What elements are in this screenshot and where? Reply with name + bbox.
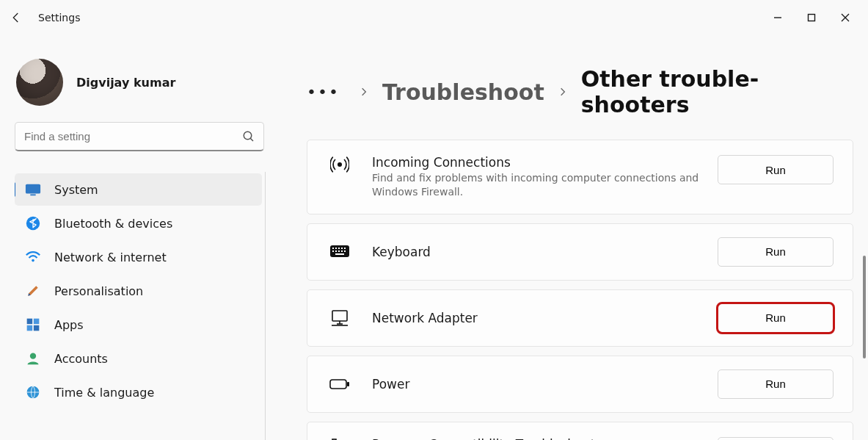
svg-rect-9 [34,319,40,325]
svg-rect-5 [30,194,35,195]
run-button[interactable]: Run [718,303,834,333]
troubleshooter-card-keyboard: Keyboard Run [307,223,853,281]
troubleshooter-card-network-adapter: Network Adapter Run [307,289,853,347]
person-icon [25,350,41,367]
sidebar-item-label: Personalisation [54,284,143,298]
main-content: ••• Troubleshoot Other trouble-shooters … [277,35,868,440]
titlebar-left: Settings [6,7,80,28]
svg-rect-23 [338,250,340,252]
svg-rect-19 [341,248,343,249]
close-button[interactable] [828,4,862,31]
wifi-icon [25,249,41,265]
svg-rect-32 [347,382,349,386]
sidebar-item-accounts[interactable]: Accounts [15,342,262,375]
svg-line-3 [250,138,253,141]
sidebar-item-apps[interactable]: Apps [15,309,262,341]
svg-point-2 [244,131,252,140]
sidebar-item-network[interactable]: Network & internet [15,241,262,273]
sidebar-item-label: Bluetooth & devices [54,217,172,231]
search-input[interactable] [15,122,264,151]
chevron-right-icon [359,83,369,101]
troubleshooter-card-incoming-connections: Incoming Connections Find and fix proble… [307,140,853,214]
breadcrumb-link-troubleshoot[interactable]: Troubleshoot [382,79,544,105]
svg-rect-17 [335,248,337,249]
svg-rect-20 [344,248,346,249]
card-title: Program Compatibility Troubleshooter [372,437,718,440]
card-body: Program Compatibility Troubleshooter Fin… [372,437,718,440]
search-icon [242,130,255,143]
sidebar-item-label: Network & internet [54,250,167,264]
sidebar-nav: System Bluetooth & devices Network & int… [15,172,266,440]
sidebar-item-label: Time & language [54,386,154,400]
back-arrow-icon [10,11,23,24]
breadcrumb: ••• Troubleshoot Other trouble-shooters [307,66,853,118]
network-adapter-icon [327,309,353,327]
card-title: Network Adapter [372,311,718,325]
chevron-right-icon [558,83,568,101]
svg-rect-11 [34,325,40,331]
svg-rect-21 [332,250,334,252]
svg-rect-1 [809,15,815,21]
checklist-icon [327,437,353,440]
sidebar-item-label: Apps [54,318,84,332]
scrollbar-thumb[interactable] [863,256,866,358]
minimize-button[interactable] [761,4,795,31]
display-icon [25,181,41,198]
svg-point-14 [338,163,341,166]
svg-point-12 [30,353,36,359]
sidebar-item-personalisation[interactable]: Personalisation [15,275,262,307]
card-title: Keyboard [372,245,718,259]
run-button[interactable]: Run [718,437,834,440]
globe-icon [25,384,41,400]
svg-rect-16 [332,248,334,249]
svg-rect-8 [27,319,33,325]
back-button[interactable] [6,7,26,28]
svg-rect-31 [330,380,346,389]
card-body: Power [372,377,718,392]
svg-point-7 [32,259,34,262]
svg-rect-25 [344,250,346,252]
search-wrap [15,122,266,151]
bluetooth-icon [25,215,41,231]
avatar [16,59,63,106]
svg-rect-18 [338,248,340,249]
card-title: Incoming Connections [372,155,718,170]
sidebar-item-bluetooth[interactable]: Bluetooth & devices [15,207,262,239]
run-button[interactable]: Run [718,369,834,399]
app-title: Settings [38,12,80,24]
card-body: Keyboard [372,245,718,259]
run-button[interactable]: Run [718,237,834,267]
profile-name: Digvijay kumar [76,76,175,90]
troubleshooter-card-power: Power Run [307,356,853,413]
card-title: Power [372,377,718,392]
maximize-button[interactable] [795,4,828,31]
troubleshooter-card-program-compatibility: Program Compatibility Troubleshooter Fin… [307,422,853,440]
profile-section[interactable]: Digvijay kumar [15,53,266,122]
svg-rect-22 [335,250,337,252]
brush-icon [25,283,41,299]
svg-rect-26 [335,253,344,255]
card-description: Find and fix problems with incoming comp… [372,171,718,199]
sidebar-item-label: Accounts [54,352,108,366]
battery-icon [327,378,353,390]
sidebar-item-time-language[interactable]: Time & language [15,376,262,408]
card-body: Network Adapter [372,311,718,325]
svg-rect-4 [26,184,40,194]
sidebar: Digvijay kumar System Bluetooth & device… [0,35,277,440]
svg-rect-10 [27,325,33,331]
keyboard-icon [327,245,353,259]
card-body: Incoming Connections Find and fix proble… [372,155,718,199]
sidebar-item-label: System [54,183,98,197]
close-icon [841,13,850,22]
apps-icon [25,317,41,333]
run-button[interactable]: Run [718,155,834,184]
page-title: Other trouble-shooters [581,66,853,118]
titlebar: Settings [0,0,868,35]
svg-rect-27 [332,311,347,321]
minimize-icon [773,13,782,22]
breadcrumb-more-button[interactable]: ••• [307,83,346,101]
window-controls [761,4,862,31]
sidebar-item-system[interactable]: System [15,173,262,206]
antenna-icon [327,155,353,174]
svg-rect-24 [341,250,343,252]
